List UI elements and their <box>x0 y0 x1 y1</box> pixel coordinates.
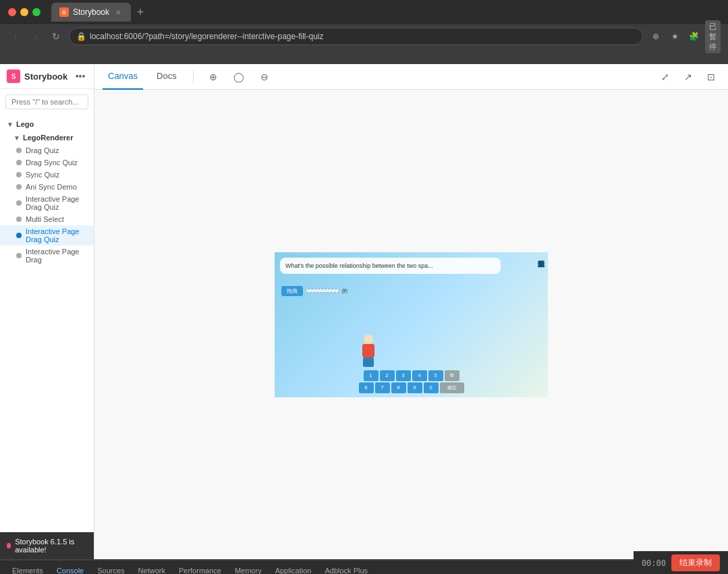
toolbar-right-actions: ⤢ ↗ ⊡ <box>656 68 720 86</box>
sidebar-item-drag-sync-quiz[interactable]: Drag Sync Quiz <box>0 156 94 169</box>
sidebar-tree: ▼ Lego ▼ LegoRenderer Drag Quiz Drag Syn… <box>0 115 94 532</box>
item-dot-icon-2 <box>16 160 22 165</box>
recording-time: 00:00 <box>642 558 666 568</box>
sidebar: S Storybook ••• ▼ Lego ▼ LegoRenderer <box>0 64 94 559</box>
sidebar-item-interactive-page-drag[interactable]: Interactive Page Drag <box>0 246 94 266</box>
sidebar-search-area <box>0 89 94 115</box>
num-btn-2[interactable]: 2 <box>380 370 395 381</box>
toast-dot-icon <box>7 543 11 548</box>
traffic-lights <box>8 8 40 16</box>
char-body <box>362 344 374 357</box>
game-preview: What's the possible relationship between… <box>275 252 548 397</box>
char-legs <box>363 357 374 367</box>
fullscreen-button[interactable]: ⤢ <box>656 68 674 86</box>
zoom-reset-button[interactable]: ◯ <box>230 68 248 86</box>
minimize-window-button[interactable] <box>20 8 28 16</box>
browser-tab-storybook[interactable]: S Storybook ✕ <box>51 3 131 22</box>
tab-docs[interactable]: Docs <box>151 64 182 90</box>
tab-canvas[interactable]: Canvas <box>103 64 143 90</box>
number-grid: 1 2 3 4 5 ⚙ 6 7 8 9 0 确定 <box>279 370 544 393</box>
close-window-button[interactable] <box>8 8 16 16</box>
item-dot-icon-7 <box>16 253 22 258</box>
item-dot-icon-3 <box>16 172 22 177</box>
open-new-tab-button[interactable]: ↗ <box>679 68 697 86</box>
sidebar-item-multi-select[interactable]: Multi Select <box>0 213 94 225</box>
storybook-update-toast[interactable]: Storybook 6.1.5 is available! <box>0 532 94 559</box>
end-record-button[interactable]: 结束录制 <box>671 554 720 571</box>
num-btn-3[interactable]: 3 <box>396 370 411 381</box>
tab-close-button[interactable]: ✕ <box>113 7 123 17</box>
num-btn-7[interactable]: 7 <box>375 382 390 393</box>
devtools-tab-elements[interactable]: Elements <box>5 561 50 575</box>
zoom-in-button[interactable]: ⊕ <box>204 68 222 86</box>
drop-zone-1[interactable] <box>306 289 339 293</box>
tree-group-lego-renderer-label[interactable]: ▼ LegoRenderer <box>0 131 94 144</box>
copy-link-button[interactable]: ⊡ <box>702 68 720 86</box>
cast-button[interactable]: ⊕ <box>648 29 663 44</box>
num-btn-6[interactable]: 6 <box>359 382 374 393</box>
sidebar-item-interactive-page-drag-quiz[interactable]: Interactive Page Drag Quiz <box>0 193 94 213</box>
num-btn-settings[interactable]: ⚙ <box>445 370 459 381</box>
devtools-tab-performance[interactable]: Performance <box>172 561 228 575</box>
zoom-out-button[interactable]: ⊖ <box>256 68 273 86</box>
lock-icon: 🔒 <box>76 32 86 41</box>
item-dot-icon-4 <box>16 184 22 190</box>
profile-area[interactable]: 已暂停 <box>705 29 720 44</box>
sidebar-search-input[interactable] <box>5 94 88 109</box>
drag-item-1[interactable]: 拖拽 <box>281 286 303 296</box>
maximize-window-button[interactable] <box>32 8 40 16</box>
game-question-text: What's the possible relationship between… <box>280 258 501 275</box>
num-row-2: 6 7 8 9 0 确定 <box>279 382 544 393</box>
chevron-down-icon-2: ▼ <box>13 134 20 142</box>
tab-title: Storybook <box>73 7 109 17</box>
devtools-tab-console[interactable]: Console <box>50 561 90 575</box>
main-content: Canvas Docs ⊕ ◯ ⊖ ⤢ ↗ ⊡ What's the possi… <box>94 64 728 559</box>
num-btn-1[interactable]: 1 <box>364 370 379 381</box>
canvas-area: What's the possible relationship between… <box>94 90 728 559</box>
address-bar[interactable]: 🔒 localhost:6006/?path=/story/legorender… <box>69 28 643 45</box>
browser-toolbar-actions: ⊕ ★ 🧩 已暂停 <box>648 29 720 44</box>
forward-button[interactable]: › <box>28 29 43 44</box>
storybook-logo: S <box>7 69 20 83</box>
num-btn-9[interactable]: 9 <box>408 382 422 393</box>
sidebar-item-ani-sync-demo[interactable]: Ani Sync Demo <box>0 181 94 193</box>
num-btn-0[interactable]: 0 <box>424 382 439 393</box>
chevron-down-icon: ▼ <box>7 121 13 128</box>
tree-group-lego-renderer: ▼ LegoRenderer Drag Quiz Drag Sync Quiz … <box>0 131 94 266</box>
num-btn-8[interactable]: 8 <box>391 382 406 393</box>
tab-favicon: S <box>59 7 69 17</box>
devtools-tab-sources[interactable]: Sources <box>90 561 131 575</box>
refresh-button[interactable]: ↻ <box>49 29 63 44</box>
storybook-app: S Storybook ••• ▼ Lego ▼ LegoRenderer <box>0 64 728 559</box>
item-dot-icon-6 <box>16 217 22 222</box>
drag-items-row: 拖拽 的 <box>281 286 501 296</box>
back-button[interactable]: ‹ <box>8 29 23 44</box>
item-dot-selected-icon <box>16 233 22 238</box>
sidebar-item-drag-quiz[interactable]: Drag Quiz <box>0 144 94 156</box>
browser-titlebar: S Storybook ✕ + <box>0 0 728 24</box>
devtools-tab-adblock[interactable]: Adblock Plus <box>318 561 374 575</box>
already-stopped-badge: 已暂停 <box>705 20 721 53</box>
item-dot-icon <box>16 148 22 153</box>
browser-chrome: S Storybook ✕ + ‹ › ↻ 🔒 localhost:6006/?… <box>0 0 728 64</box>
tree-group-lego-label[interactable]: ▼ Lego <box>0 117 94 131</box>
sidebar-item-interactive-page-drag-quiz-2[interactable]: Interactive Page Drag Quiz <box>0 225 94 246</box>
sidebar-header: S Storybook ••• <box>0 64 94 89</box>
extensions-button[interactable]: 🧩 <box>686 29 701 44</box>
devtools-tab-memory[interactable]: Memory <box>228 561 269 575</box>
game-drag-area: 拖拽 的 <box>281 286 501 296</box>
address-text: localhost:6006/?path=/story/legorenderer… <box>90 32 324 41</box>
bookmark-button[interactable]: ★ <box>667 29 682 44</box>
num-row-1: 1 2 3 4 5 ⚙ <box>279 370 544 381</box>
submit-button[interactable]: 确定 <box>440 382 464 393</box>
devtools-tab-network[interactable]: Network <box>132 561 172 575</box>
game-character <box>362 335 374 367</box>
num-btn-5[interactable]: 5 <box>428 370 443 381</box>
sidebar-item-sync-quiz[interactable]: Sync Quiz <box>0 169 94 181</box>
storybook-title: Storybook <box>24 71 67 82</box>
sidebar-menu-button[interactable]: ••• <box>74 69 87 83</box>
new-tab-button[interactable]: + <box>131 3 150 22</box>
char-head <box>364 335 373 344</box>
num-btn-4[interactable]: 4 <box>412 370 427 381</box>
devtools-tab-application[interactable]: Application <box>269 561 318 575</box>
